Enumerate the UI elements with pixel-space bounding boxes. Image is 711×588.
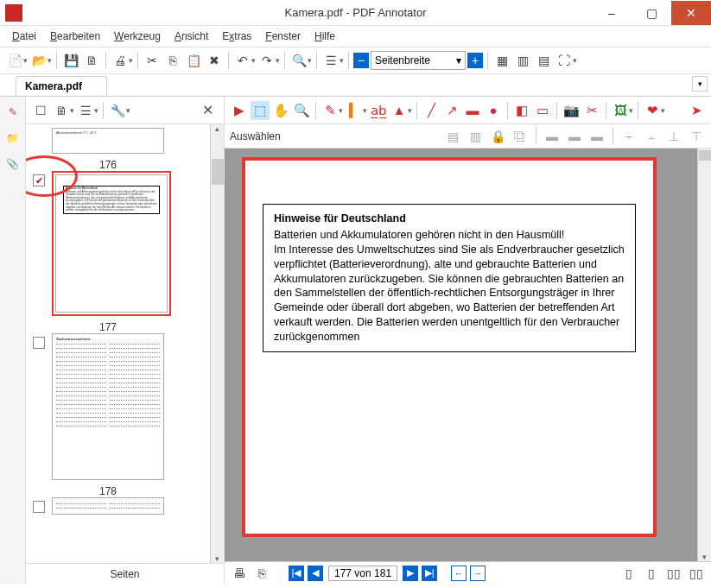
select-all-icon[interactable]: ☐ bbox=[31, 101, 50, 120]
print-status-icon[interactable]: 🖶 bbox=[230, 564, 249, 583]
fullscreen-icon[interactable]: ⛶ bbox=[555, 51, 574, 70]
align3-icon[interactable]: ▬ bbox=[587, 127, 606, 146]
ellipse-tool-icon[interactable]: ● bbox=[484, 101, 503, 120]
page-scroll-down[interactable]: ▾ bbox=[698, 553, 711, 561]
select-tool-icon[interactable]: ⬚ bbox=[251, 101, 270, 120]
nav-fwd-button[interactable]: → bbox=[470, 566, 486, 581]
last-page-button[interactable]: ▶| bbox=[422, 566, 437, 581]
zoom-in-button[interactable]: + bbox=[467, 53, 483, 68]
undo-icon[interactable]: ↶ bbox=[233, 51, 252, 70]
view-single-icon[interactable]: ▯ bbox=[619, 564, 638, 583]
copy-status-icon[interactable]: ⎘ bbox=[252, 564, 271, 583]
snapshot-icon[interactable]: 📷 bbox=[562, 101, 581, 120]
pen-tool-icon[interactable]: ✎ bbox=[321, 101, 340, 120]
thumb-check-177[interactable]: ✔ bbox=[33, 174, 45, 187]
line-icon[interactable]: ╱ bbox=[422, 101, 441, 120]
menu-view[interactable]: Ansicht bbox=[169, 28, 213, 44]
tab-kamera[interactable]: Kamera.pdf bbox=[16, 76, 107, 96]
thumb-row-178[interactable]: Sachwortverzeichnis bbox=[33, 333, 217, 480]
new-icon[interactable]: 📄 bbox=[5, 51, 24, 70]
thumb-scroll-handle[interactable] bbox=[212, 159, 224, 185]
clip-side-icon[interactable]: 📎 bbox=[4, 155, 22, 173]
menu-help[interactable]: Hilfe bbox=[309, 28, 340, 44]
dist3-icon[interactable]: ⊥ bbox=[664, 127, 683, 146]
prev-page-button[interactable]: ◀ bbox=[308, 566, 323, 581]
save-as-icon[interactable]: 🗎 bbox=[82, 51, 101, 70]
search-icon[interactable]: 🔍 bbox=[289, 51, 308, 70]
menu-edit[interactable]: Bearbeiten bbox=[45, 28, 105, 44]
layout1-icon[interactable]: ▦ bbox=[492, 51, 511, 70]
next-page-button[interactable]: ▶ bbox=[403, 566, 418, 581]
zoom-select[interactable]: Seitenbreite▾ bbox=[371, 51, 466, 70]
print-icon[interactable]: 🖨 bbox=[111, 51, 130, 70]
page-ops-icon[interactable]: 🗎 bbox=[52, 101, 71, 120]
page-scroll-handle[interactable] bbox=[699, 150, 711, 161]
delete-icon[interactable]: ✖ bbox=[205, 51, 224, 70]
scroll-down-arrow[interactable]: ▾ bbox=[211, 554, 224, 563]
thumb-177[interactable]: Hinweise für Deutschland Batterien und A… bbox=[55, 174, 168, 313]
thumb-row-176[interactable]: Akkumulatorenbereich: 0°C - 40 °C bbox=[33, 128, 217, 154]
stamp-icon[interactable]: ▲ bbox=[390, 101, 409, 120]
layout2-icon[interactable]: ▥ bbox=[513, 51, 532, 70]
align2-icon[interactable]: ▬ bbox=[565, 127, 584, 146]
lock-icon[interactable]: 🔒 bbox=[488, 127, 507, 146]
page-scrollbar[interactable]: ▴ ▾ bbox=[697, 149, 711, 561]
view-cont-icon[interactable]: ▯ bbox=[642, 564, 661, 583]
sidebar-close-button[interactable]: ✕ bbox=[197, 102, 219, 118]
list-icon[interactable]: ☰ bbox=[321, 51, 340, 70]
align-left-icon[interactable]: ▤ bbox=[443, 127, 462, 146]
cut-icon[interactable]: ✂ bbox=[143, 51, 162, 70]
align1-icon[interactable]: ▬ bbox=[543, 127, 562, 146]
zoom-tool-icon[interactable]: 🔍 bbox=[292, 101, 311, 120]
thumb-176[interactable]: Akkumulatorenbereich: 0°C - 40 °C bbox=[52, 128, 164, 154]
redo-icon[interactable]: ↷ bbox=[257, 51, 276, 70]
paste-icon[interactable]: 📋 bbox=[184, 51, 203, 70]
view-ops-icon[interactable]: ☰ bbox=[76, 101, 95, 120]
eraser-icon[interactable]: ◧ bbox=[512, 101, 531, 120]
dist1-icon[interactable]: ⫟ bbox=[619, 127, 638, 146]
cursor-icon[interactable]: ➤ bbox=[687, 101, 706, 120]
minimize-button[interactable]: – bbox=[592, 1, 632, 25]
thumb-check-179[interactable] bbox=[33, 501, 45, 513]
group-icon[interactable]: ⿻ bbox=[511, 127, 530, 146]
arrow-tool-icon[interactable]: ↗ bbox=[442, 101, 461, 120]
image-tool-icon[interactable]: 🖼 bbox=[611, 101, 630, 120]
view-two-cont-icon[interactable]: ▯▯ bbox=[687, 564, 706, 583]
menu-window[interactable]: Fenster bbox=[260, 28, 306, 44]
nav-back-button[interactable]: ← bbox=[451, 566, 467, 581]
save-icon[interactable]: 💾 bbox=[61, 51, 80, 70]
first-page-button[interactable]: |◀ bbox=[289, 566, 304, 581]
copy-icon[interactable]: ⎘ bbox=[163, 51, 182, 70]
menu-extras[interactable]: Extras bbox=[217, 28, 257, 44]
crop-icon[interactable]: ✂ bbox=[582, 101, 601, 120]
thumb-row-177[interactable]: ✔ Hinweise für Deutschland Batterien und… bbox=[33, 171, 217, 316]
highlighter-icon[interactable]: ▍ bbox=[345, 101, 364, 120]
hand-icon[interactable]: ✋ bbox=[271, 101, 290, 120]
dist4-icon[interactable]: ⊤ bbox=[687, 127, 706, 146]
text-tool-icon[interactable]: a̲b̲ bbox=[369, 101, 388, 120]
page-counter[interactable]: 177 von 181 bbox=[328, 566, 397, 581]
pointer-icon[interactable]: ▶ bbox=[230, 101, 249, 120]
thumb-179[interactable] bbox=[52, 497, 164, 515]
menu-file[interactable]: Datei bbox=[7, 28, 41, 44]
view-two-icon[interactable]: ▯▯ bbox=[664, 564, 683, 583]
layout3-icon[interactable]: ▤ bbox=[534, 51, 553, 70]
favorite-icon[interactable]: ❤ bbox=[643, 101, 662, 120]
pen-side-icon[interactable]: ✎ bbox=[4, 104, 22, 121]
zoom-out-button[interactable]: − bbox=[353, 53, 369, 68]
page-viewport[interactable]: Hinweise für Deutschland Batterien und A… bbox=[225, 149, 711, 561]
erase-area-icon[interactable]: ▭ bbox=[533, 101, 552, 120]
thumb-check-178[interactable] bbox=[33, 337, 45, 349]
scroll-up-arrow[interactable]: ▴ bbox=[211, 124, 224, 133]
thumb-row-179[interactable] bbox=[33, 497, 217, 515]
thumb-scrollbar[interactable]: ▴ ▾ bbox=[210, 124, 224, 563]
menu-tool[interactable]: Werkzeug bbox=[109, 28, 166, 44]
dist2-icon[interactable]: ⫠ bbox=[642, 127, 661, 146]
maximize-button[interactable]: ▢ bbox=[632, 1, 671, 25]
close-button[interactable]: ✕ bbox=[671, 1, 711, 25]
settings-icon[interactable]: 🔧 bbox=[108, 101, 127, 120]
align-center-icon[interactable]: ▥ bbox=[466, 127, 485, 146]
folder-side-icon[interactable]: 📁 bbox=[4, 130, 22, 147]
tab-dropdown[interactable]: ▾ bbox=[692, 76, 708, 92]
rect-tool-icon[interactable]: ▬ bbox=[463, 101, 482, 120]
